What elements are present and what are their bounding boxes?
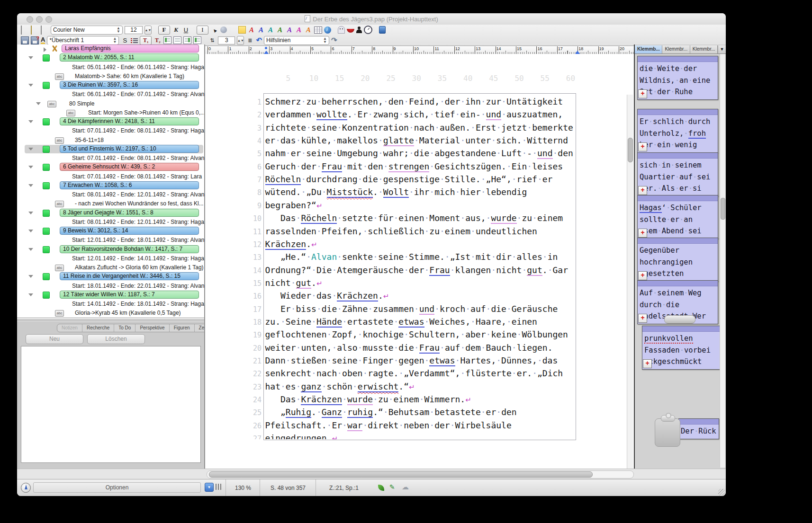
underline-button[interactable]: U [182, 26, 190, 34]
snippet-header[interactable] [638, 281, 718, 286]
note-label[interactable]: Alkatars Zuflucht -> Gloria 60 km (Kaval… [75, 264, 204, 271]
line-text[interactable]: senkrecht·nach·oben·ragte.·„Verdammt“,·f… [265, 367, 563, 380]
tree-row-info[interactable]: Start: 08.01.1492 - Ende: 12.01.1492 - S… [17, 218, 204, 227]
paragraph-layout-1-icon[interactable] [163, 36, 171, 44]
status-square[interactable] [43, 54, 50, 62]
line-text[interactable]: rasselnden·Pfeifen,·schließlich·zu·einem… [265, 225, 537, 238]
paragraph-layout-2-icon[interactable] [173, 36, 181, 44]
new-document-icon[interactable] [21, 26, 29, 34]
line-text[interactable]: Ordnung?“·Die·Atemgeräusche·der·Frau·kla… [265, 264, 568, 276]
status-square[interactable] [43, 82, 50, 89]
chapter-bar[interactable]: 5 Tod und Finsternis W.: 2197, S.: 10 [60, 145, 199, 153]
expander-icon[interactable] [28, 56, 33, 59]
save-as-icon[interactable]: ? [31, 36, 39, 44]
status-square[interactable] [43, 228, 50, 235]
note-label[interactable]: Start: Morgen Sahe->Ruinen 40 km (Equs 0… [88, 109, 204, 116]
snippet-header[interactable] [638, 56, 718, 62]
line-text[interactable]: „Ruhig.·Ganz·ruhig.“·Behutsam·betastete·… [265, 406, 517, 418]
clipboard-tab-2[interactable]: Klemmbr... [662, 45, 690, 53]
add-to-text-button[interactable]: + [643, 359, 652, 368]
tree-row-chapter[interactable]: 5 Tod und Finsternis W.: 2197, S.: 10 [17, 145, 204, 154]
expander-icon[interactable] [28, 120, 33, 123]
chapter-bar[interactable]: 9 Beweis W.: 3012, S.: 14 [60, 227, 199, 235]
chapter-bar[interactable]: 6 Geheime Sehnsucht W.: 439, S.: 2 [60, 163, 199, 171]
expander-icon[interactable] [28, 212, 33, 214]
redo-icon[interactable]: ↷ [331, 36, 337, 44]
note-label[interactable]: 80 Simple [69, 100, 94, 107]
chapter-bar[interactable]: 10 Der Ratsvorsitzende Bohdan W.: 1417, … [60, 245, 199, 253]
brick-icon[interactable] [379, 26, 386, 34]
clipboard-snippet[interactable]: Der·Rück [678, 418, 719, 439]
snippet-header[interactable] [638, 195, 718, 201]
add-to-text-button[interactable]: + [638, 271, 647, 280]
tree-row-note[interactable]: abcMalatomb-> Sahe: 60 km (Kavallerie 1 … [17, 72, 204, 81]
notes-text-area[interactable] [21, 346, 201, 463]
view-dropdown-button[interactable]: ▼ [205, 483, 214, 492]
text-marker-red-icon[interactable]: A [248, 26, 255, 34]
add-to-text-button[interactable]: + [638, 142, 647, 151]
chapter-bar[interactable]: 12 Täter wider Willen W.: 1187, S.: 7 [60, 291, 199, 299]
line-text[interactable]: Schmerz·zu·beherrschen,·den·Feind,·der·i… [265, 95, 563, 108]
expander-icon[interactable] [28, 166, 33, 168]
list-format-icon[interactable] [131, 37, 138, 44]
tree-row-info[interactable]: Start: 18.01.1492 - Ende: 22.01.1492 - S… [17, 282, 204, 291]
tree-row-note[interactable]: abc35-6-11=18 [17, 136, 204, 145]
line-spacing-stepper[interactable]: ▲▼ [237, 36, 244, 45]
chapter-bar[interactable]: 4 Die Kämpferinnen W.: 2418, S.: 11 [60, 117, 199, 125]
font-size-stepper[interactable]: ▲▼ [144, 26, 152, 35]
heading1-button[interactable]: T₁ [140, 36, 152, 45]
delete-note-button[interactable]: Löschen [87, 334, 145, 344]
indent-marker[interactable] [575, 51, 580, 54]
snippet-header[interactable] [638, 109, 718, 115]
clipboard-scrollbar[interactable] [720, 54, 725, 468]
tree-row-info[interactable]: Start: 14.01.1492 - Ende: 18.01.1492 - S… [17, 300, 204, 309]
tree-row-info[interactable]: Start: 12.01.1492 - Ende: 14.01.1492 - S… [17, 254, 204, 263]
expander-icon[interactable] [28, 293, 33, 296]
tree-row-chapter[interactable]: 12 Täter wider Willen W.: 1187, S.: 7 [17, 291, 204, 300]
text-marker-blue-icon[interactable]: A [257, 26, 265, 34]
text-marker-green-icon[interactable]: A [276, 26, 284, 34]
snippet-header[interactable] [642, 326, 722, 332]
green-pen-icon[interactable]: ✎ [389, 483, 395, 491]
note-label[interactable]: Malatomb-> Sahe: 60 km (Kavallerie 1 Tag… [75, 73, 184, 80]
lips-icon[interactable] [347, 29, 354, 33]
clipboard-snippet[interactable]: prunkvollenFassaden·vorbeiuckgeschmückt+ [642, 326, 723, 370]
status-square[interactable] [43, 273, 50, 280]
text-cursor-tool-icon[interactable]: I [197, 26, 208, 35]
snippet-header[interactable] [638, 238, 718, 244]
expander-icon[interactable] [28, 230, 33, 232]
line-text[interactable]: Geruch·der·Frau·mit·den·strengen·Gesicht… [265, 160, 563, 173]
sticky-note-icon[interactable] [238, 26, 246, 34]
text-marker-purple-icon[interactable]: A [286, 26, 293, 34]
editor-lines[interactable]: 1Schmerz·zu·beherrschen,·den·Feind,·der·… [246, 95, 597, 439]
line-text[interactable]: Pfeilschaft.·Er·war·direkt·neben·der·Wir… [265, 419, 512, 432]
chapter-bar[interactable]: 11 Reise in die Vergangenheit W.: 3446, … [60, 272, 199, 280]
status-square[interactable] [43, 146, 50, 153]
heading2-button[interactable]: T₂ [153, 36, 162, 44]
text-marker-magenta-icon[interactable]: A [295, 26, 303, 34]
compass-icon[interactable] [21, 483, 31, 493]
font-select[interactable]: Courier New▲▼ [51, 26, 123, 35]
ghost-icon[interactable] [338, 26, 345, 34]
tree-row-note[interactable]: abc80 Simple [17, 99, 204, 108]
tab-figuren[interactable]: Figuren [169, 324, 194, 332]
add-to-text-button[interactable]: + [638, 89, 647, 98]
tree-row-info[interactable]: Start: 06.01.1492 - Ende: 07.01.1492 - S… [17, 90, 204, 99]
tree-row-chapter[interactable]: 10 Der Ratsvorsitzende Bohdan W.: 1417, … [17, 245, 204, 254]
columns-view-icon[interactable] [216, 484, 222, 490]
tree-row-chapter[interactable]: Laras Empfängnis [17, 44, 204, 53]
tab-perspektive[interactable]: Perspektive [135, 324, 169, 332]
tree-row-chapter[interactable]: 8 Jäger und Gejagte W.: 1551, S.: 8 [17, 209, 204, 218]
tree-row-note[interactable]: abcGloria->Kyrab 45 km (Kavallerie 0,5 T… [17, 309, 204, 318]
guides-select[interactable]: Hilfslinien▲▼ [264, 36, 329, 45]
line-text[interactable]: Das·Krächzen·wurde·zu·einem·Wimmern.↵ [265, 393, 471, 407]
add-to-text-button[interactable]: + [638, 186, 647, 195]
clipboard-tab-3[interactable]: Klemmbr... [690, 45, 718, 53]
tree-row-chapter[interactable]: 7 Erwachen W.: 1058, S.: 6 [17, 181, 204, 190]
expander-icon[interactable] [28, 248, 33, 251]
text-marker-teal-icon[interactable]: A [267, 26, 274, 34]
status-square[interactable] [43, 164, 50, 171]
tree-row-note[interactable]: abcStart: Morgen Sahe->Ruinen 40 km (Equ… [17, 108, 204, 117]
line-text[interactable]: nicht·gut.↵ [265, 276, 323, 290]
chapter-bar[interactable]: 8 Jäger und Gejagte W.: 1551, S.: 8 [60, 209, 199, 217]
